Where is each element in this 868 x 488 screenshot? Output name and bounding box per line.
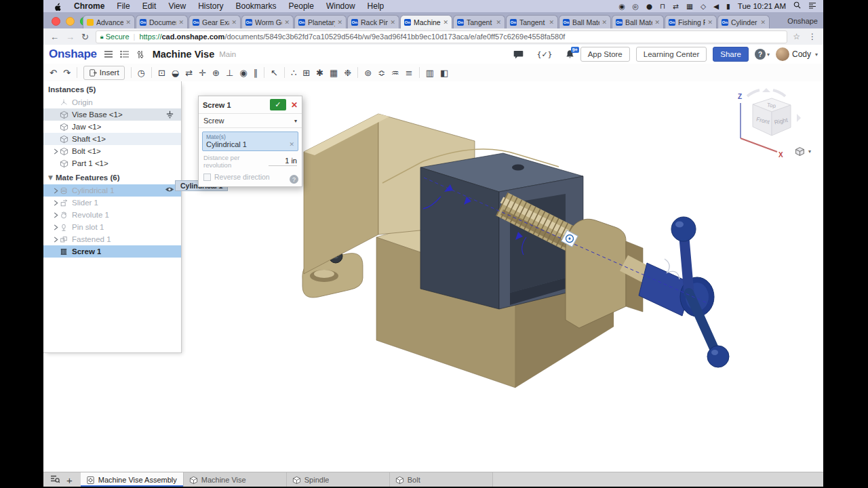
insert-button[interactable]: Insert: [83, 66, 125, 80]
reverse-direction-checkbox[interactable]: [203, 174, 211, 181]
browser-tab[interactable]: OnMachine V✕: [400, 15, 452, 28]
instance-row[interactable]: Vise Base <1>: [43, 108, 181, 121]
mate-feature-row[interactable]: Slider 1: [43, 197, 181, 209]
tab-close-icon[interactable]: ✕: [231, 19, 237, 26]
browser-tab[interactable]: OnTangent M✕: [506, 15, 558, 28]
insert-standard-content-icon[interactable]: ⊞: [302, 68, 310, 78]
instance-row[interactable]: Part 1 <1>: [43, 157, 181, 169]
edit-in-context-icon[interactable]: ✱: [316, 68, 323, 78]
linear-pattern-icon[interactable]: ▦: [330, 68, 338, 78]
browser-tab[interactable]: OnDocument✕: [136, 15, 188, 28]
forward-button[interactable]: →: [66, 32, 75, 42]
browser-tab[interactable]: OnTangent M✕: [453, 15, 505, 28]
volume-icon[interactable]: ◀: [713, 2, 719, 10]
document-tab[interactable]: Machine Vise Assembly ...: [81, 472, 184, 487]
distance-input[interactable]: 1 in: [269, 157, 297, 166]
menubar-item-file[interactable]: File: [117, 1, 130, 11]
spotlight-icon[interactable]: [793, 1, 801, 11]
sync-icon[interactable]: ⇄: [673, 2, 679, 10]
camera-icon[interactable]: ◉: [618, 2, 625, 10]
close-window-button[interactable]: [52, 17, 60, 26]
accept-button[interactable]: ✓: [270, 99, 286, 110]
minimize-window-button[interactable]: [66, 17, 75, 26]
screw-relation-icon[interactable]: ♒: [391, 68, 399, 78]
view-options-menu[interactable]: ▾: [795, 146, 811, 157]
browser-tab[interactable]: OnWorm Gea✕: [241, 15, 294, 28]
tab-close-icon[interactable]: ✕: [443, 19, 448, 26]
document-tab[interactable]: Machine Vise: [184, 472, 287, 487]
expand-chevron-icon[interactable]: [53, 188, 60, 194]
selected-mate-chip[interactable]: Cylindrical 1: [206, 140, 289, 148]
diamond-icon[interactable]: ◇: [701, 2, 706, 10]
instance-row[interactable]: Jaw <1>: [43, 121, 181, 133]
mate-selection-box[interactable]: Mate(s) Cylindrical 1 ✕: [202, 131, 298, 151]
mate-feature-row[interactable]: Revolute 1: [43, 209, 181, 221]
workspace-name[interactable]: Main: [219, 50, 236, 58]
tab-close-icon[interactable]: ✕: [760, 19, 766, 26]
mate-feature-row[interactable]: Fastened 1: [43, 233, 181, 245]
instance-row[interactable]: Shaft <1>: [43, 133, 181, 145]
expand-chevron-icon[interactable]: [53, 212, 60, 218]
menubar-item-edit[interactable]: Edit: [142, 1, 157, 11]
tab-close-icon[interactable]: ✕: [125, 19, 131, 26]
ball-mate-icon[interactable]: ◉: [239, 68, 247, 78]
main-menu-icon[interactable]: [104, 50, 113, 58]
tab-close-icon[interactable]: ✕: [654, 19, 660, 26]
browser-tab[interactable]: OnBall Mate (✕: [559, 15, 611, 28]
apple-menu-icon[interactable]: [54, 2, 62, 11]
browser-tab[interactable]: OnPlanetary (✕: [294, 15, 347, 28]
mate-feature-row[interactable]: Screw 1: [43, 245, 181, 258]
mate-features-header[interactable]: ▼ Mate Features (6): [43, 169, 181, 184]
tab-close-icon[interactable]: ✕: [549, 19, 554, 26]
help-menu[interactable]: ?▾: [755, 49, 770, 60]
group-icon[interactable]: ≡: [406, 68, 413, 78]
undo-icon[interactable]: ↶: [50, 68, 57, 78]
keyboard-icon[interactable]: ▦: [686, 2, 693, 10]
menubar-item-help[interactable]: Help: [368, 1, 384, 11]
notifications-bell-icon[interactable]: 9+: [566, 49, 574, 59]
fastened-mate-icon[interactable]: ⊡: [158, 68, 165, 78]
browser-tab[interactable]: OnCylinder H✕: [717, 15, 770, 28]
browser-tab[interactable]: OnFishing Re✕: [665, 15, 717, 28]
tab-close-icon[interactable]: ✕: [284, 19, 290, 26]
mate-icon[interactable]: ◷: [138, 68, 145, 78]
rack-pinion-relation-icon[interactable]: ≎: [378, 68, 385, 78]
record-icon[interactable]: ●: [646, 2, 652, 10]
browser-tab[interactable]: OnRack Pinio✕: [347, 15, 399, 28]
airplay-icon[interactable]: ⊓: [660, 2, 665, 10]
mate-feature-row[interactable]: Pin slot 1: [43, 221, 181, 233]
versions-icon[interactable]: [120, 50, 130, 58]
tab-close-icon[interactable]: ✕: [707, 19, 713, 26]
back-button[interactable]: ←: [50, 32, 59, 42]
instance-row[interactable]: Origin: [43, 96, 181, 108]
siri-icon[interactable]: ◎: [633, 2, 639, 10]
mate-feature-row[interactable]: Cylindrical 1: [43, 184, 181, 197]
mate-type-select[interactable]: Screw ▾: [199, 114, 302, 128]
menubar-clock[interactable]: Tue 10:21 AM: [738, 2, 786, 10]
pin-slot-mate-icon[interactable]: ⊥: [226, 68, 233, 78]
gear-relation-icon[interactable]: ⊚: [364, 68, 372, 78]
redo-icon[interactable]: ↷: [63, 68, 71, 78]
revolute-mate-icon[interactable]: ◒: [172, 68, 179, 78]
cylindrical-mate-icon[interactable]: ⊕: [212, 68, 220, 78]
expand-chevron-icon[interactable]: [53, 224, 60, 230]
share-button[interactable]: Share: [713, 47, 749, 62]
learning-center-button[interactable]: Learning Center: [636, 47, 707, 62]
snap-mode-icon[interactable]: ↖: [271, 68, 278, 78]
view-cube[interactable]: Z X Top Front Right: [731, 87, 802, 163]
document-tab[interactable]: Spindle: [287, 472, 390, 487]
section-view-icon[interactable]: ◧: [440, 68, 448, 78]
menubar-item-window[interactable]: Window: [326, 1, 355, 11]
tab-close-icon[interactable]: ✕: [178, 19, 184, 26]
menubar-item-view[interactable]: View: [168, 1, 186, 11]
instance-row[interactable]: Bolt <1>: [43, 145, 181, 157]
document-title[interactable]: Machine Vise: [153, 49, 215, 60]
circular-pattern-icon[interactable]: ❉: [344, 68, 351, 78]
planar-mate-icon[interactable]: ✛: [199, 68, 206, 78]
feature-script-icon[interactable]: {✓}: [536, 50, 552, 59]
notification-center-icon[interactable]: [808, 1, 816, 11]
instances-header[interactable]: Instances (5): [43, 81, 181, 96]
tab-close-icon[interactable]: ✕: [337, 19, 342, 26]
reload-button[interactable]: ↻: [81, 32, 89, 42]
tab-close-icon[interactable]: ✕: [601, 19, 607, 26]
